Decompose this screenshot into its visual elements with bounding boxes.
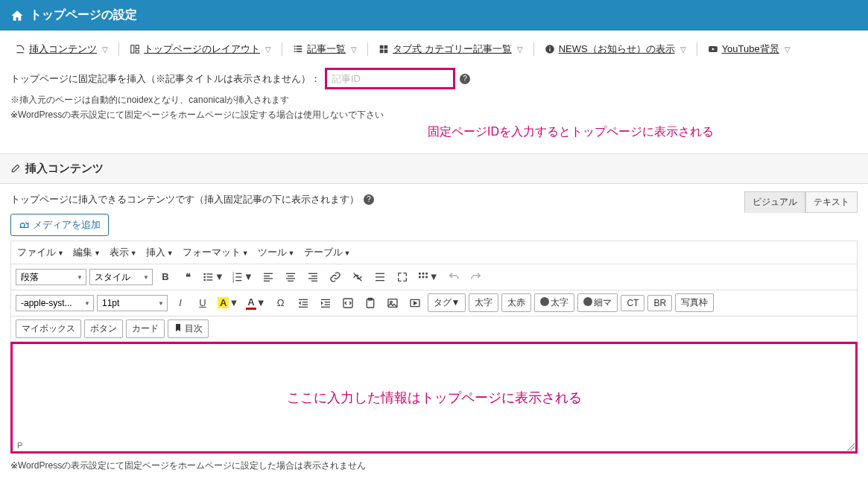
help-icon[interactable]: ? (364, 194, 374, 205)
divider (533, 42, 534, 56)
add-media-button[interactable]: メディアを追加 (10, 214, 109, 236)
note-line-2: ※WordPressの表示設定にて固定ページをホームページに設定する場合は使用し… (10, 107, 858, 122)
link-button[interactable] (326, 267, 345, 287)
svg-rect-8 (297, 51, 302, 52)
tag-button[interactable]: タグ▼ (428, 293, 466, 312)
tab-visual[interactable]: ビジュアル (744, 191, 805, 213)
bold-jp-button[interactable]: 太字 (469, 293, 498, 312)
bold-button[interactable]: B (156, 267, 175, 287)
svg-point-22 (203, 279, 206, 281)
section-title: 挿入コンテンツ (25, 162, 104, 176)
image-button[interactable] (383, 293, 402, 313)
chevron-down-icon: ▽ (680, 45, 686, 54)
svg-rect-35 (288, 276, 294, 276)
svg-rect-31 (264, 276, 270, 276)
help-icon[interactable]: ? (460, 74, 470, 84)
svg-rect-32 (264, 278, 273, 279)
annotation-editor: ここに入力した情報はトップページに表示される (287, 389, 582, 407)
mybox-button[interactable]: マイボックス (16, 319, 81, 338)
tab-top-layout[interactable]: トップページのレイアウト▽ (124, 39, 277, 59)
toc-button[interactable]: 目次 (168, 319, 209, 338)
menu-edit[interactable]: 編集▼ (73, 246, 101, 259)
svg-rect-12 (384, 50, 388, 54)
resize-handle[interactable] (847, 443, 855, 451)
text-color-button[interactable]: A▼ (215, 293, 241, 313)
editor-content-area[interactable]: ここに入力した情報はトップページに表示される P (10, 342, 858, 454)
font-select[interactable]: -apple-syst... (16, 295, 94, 311)
bold-user-button[interactable]: 太字 (534, 293, 574, 312)
svg-point-63 (390, 301, 392, 303)
grid-icon (378, 44, 389, 54)
indent-button[interactable] (316, 293, 335, 313)
layout-icon (130, 44, 140, 54)
svg-rect-14 (549, 48, 550, 51)
svg-rect-42 (376, 273, 384, 273)
align-center-button[interactable] (281, 267, 300, 287)
quote-button[interactable]: ❝ (178, 267, 197, 287)
align-right-button[interactable] (303, 267, 323, 287)
svg-rect-0 (131, 45, 134, 54)
outdent-button[interactable] (294, 293, 313, 313)
menu-file[interactable]: ファイル▼ (17, 246, 64, 259)
post-id-input[interactable] (325, 68, 455, 89)
tab-text[interactable]: テキスト (805, 191, 858, 213)
thin-user-button[interactable]: 細マ (577, 293, 618, 312)
svg-rect-37 (288, 280, 294, 281)
menu-table[interactable]: テーブル▼ (304, 246, 351, 259)
tab-article-list[interactable]: 記事一覧▽ (287, 39, 363, 59)
svg-rect-41 (311, 280, 317, 281)
svg-rect-10 (384, 45, 388, 49)
svg-rect-54 (299, 306, 308, 307)
menu-insert[interactable]: 挿入▼ (146, 246, 174, 259)
chevron-down-icon: ▽ (102, 45, 108, 54)
italic-button[interactable]: I (171, 293, 190, 313)
svg-point-18 (203, 273, 206, 275)
ct-button[interactable]: CT (621, 295, 644, 311)
svg-rect-55 (321, 299, 330, 299)
red-jp-button[interactable]: 太赤 (501, 293, 531, 312)
numbered-list-button[interactable]: 123▼ (229, 267, 256, 287)
paragraph-select[interactable]: 段落 (16, 269, 86, 285)
unlink-button[interactable] (348, 267, 367, 287)
svg-rect-30 (264, 273, 273, 273)
fontsize-select[interactable]: 11pt (97, 295, 168, 311)
photo-frame-button[interactable]: 写真枠 (675, 293, 714, 312)
svg-rect-49 (422, 276, 424, 278)
text-color-button-2[interactable]: A▼ (244, 293, 267, 313)
code-button[interactable] (338, 293, 358, 313)
bullet-list-button[interactable]: ▼ (200, 267, 226, 287)
underline-button[interactable]: U (193, 293, 212, 313)
fullscreen-button[interactable] (393, 267, 412, 287)
align-left-button[interactable] (259, 267, 278, 287)
paste-button[interactable] (361, 293, 380, 313)
button-button[interactable]: ボタン (84, 319, 123, 338)
menu-tools[interactable]: ツール▼ (258, 246, 295, 259)
svg-rect-50 (425, 276, 428, 278)
svg-rect-9 (380, 45, 384, 49)
tab-news[interactable]: NEWS（お知らせ）の表示▽ (539, 39, 692, 59)
tab-category-list[interactable]: タブ式 カテゴリー記事一覧▽ (373, 39, 529, 59)
tab-insert-contents[interactable]: 挿入コンテンツ▽ (9, 39, 114, 59)
divider (118, 42, 119, 56)
tab-youtube-bg[interactable]: YouTube背景▽ (702, 39, 796, 59)
svg-rect-3 (294, 45, 296, 47)
toolbar-toggle-button[interactable]: ▼ (415, 267, 441, 287)
special-char-button[interactable]: Ω (271, 293, 291, 313)
undo-button[interactable] (444, 267, 463, 287)
menu-format[interactable]: フォーマット▼ (183, 246, 249, 259)
style-select[interactable]: スタイル (89, 269, 153, 285)
more-button[interactable] (370, 267, 390, 287)
card-button[interactable]: カード (126, 319, 165, 338)
br-button[interactable]: BR (647, 295, 672, 311)
svg-rect-38 (308, 273, 317, 273)
settings-tabs: 挿入コンテンツ▽ トップページのレイアウト▽ 記事一覧▽ タブ式 カテゴリー記事… (0, 31, 868, 63)
redo-button[interactable] (466, 267, 486, 287)
svg-rect-11 (380, 50, 384, 54)
svg-rect-2 (136, 51, 139, 54)
media-icon (19, 220, 29, 230)
section-description: トップページに挿入できるコンテンツです（挿入固定記事の下に表示されます） ? (0, 193, 868, 214)
page-title: トップページの設定 (30, 7, 137, 23)
menu-view[interactable]: 表示▼ (110, 246, 137, 259)
chevron-down-icon: ▽ (351, 45, 357, 54)
media-button[interactable] (405, 293, 425, 313)
